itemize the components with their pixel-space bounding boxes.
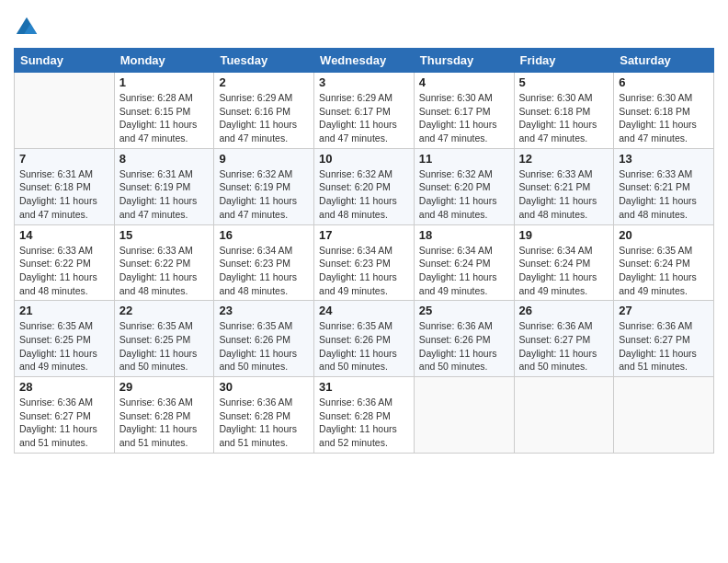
day-info: Sunrise: 6:36 AMSunset: 6:27 PMDaylight:… — [19, 396, 109, 450]
day-number: 19 — [519, 228, 609, 242]
header — [14, 9, 714, 40]
day-info: Sunrise: 6:34 AMSunset: 6:23 PMDaylight:… — [319, 244, 409, 298]
day-number: 13 — [619, 152, 709, 166]
weekday-wednesday: Wednesday — [314, 49, 415, 73]
day-cell: 10Sunrise: 6:32 AMSunset: 6:20 PMDayligh… — [314, 148, 415, 224]
day-info: Sunrise: 6:31 AMSunset: 6:19 PMDaylight:… — [119, 167, 210, 222]
day-info: Sunrise: 6:36 AMSunset: 6:28 PMDaylight:… — [119, 396, 210, 450]
day-cell: 24Sunrise: 6:35 AMSunset: 6:26 PMDayligh… — [314, 301, 415, 377]
calendar-table: SundayMondayTuesdayWednesdayThursdayFrid… — [14, 48, 714, 454]
day-cell: 12Sunrise: 6:33 AMSunset: 6:21 PMDayligh… — [514, 148, 614, 224]
day-info: Sunrise: 6:36 AMSunset: 6:26 PMDaylight:… — [419, 319, 509, 373]
day-cell: 1Sunrise: 6:28 AMSunset: 6:15 PMDaylight… — [114, 73, 214, 149]
day-number: 11 — [419, 152, 509, 166]
day-cell — [15, 73, 115, 149]
day-info: Sunrise: 6:35 AMSunset: 6:24 PMDaylight:… — [619, 244, 709, 298]
day-info: Sunrise: 6:30 AMSunset: 6:18 PMDaylight:… — [619, 91, 709, 145]
day-cell: 20Sunrise: 6:35 AMSunset: 6:24 PMDayligh… — [614, 224, 714, 301]
day-number: 31 — [319, 380, 409, 394]
weekday-friday: Friday — [514, 49, 614, 73]
calendar-body: 1Sunrise: 6:28 AMSunset: 6:15 PMDaylight… — [15, 73, 714, 454]
day-number: 25 — [419, 304, 509, 317]
day-number: 9 — [219, 152, 309, 166]
week-row-3: 14Sunrise: 6:33 AMSunset: 6:22 PMDayligh… — [15, 224, 714, 301]
day-info: Sunrise: 6:34 AMSunset: 6:24 PMDaylight:… — [419, 244, 509, 298]
day-info: Sunrise: 6:36 AMSunset: 6:28 PMDaylight:… — [319, 396, 409, 450]
day-number: 14 — [19, 228, 109, 242]
day-cell: 14Sunrise: 6:33 AMSunset: 6:22 PMDayligh… — [15, 224, 115, 301]
day-info: Sunrise: 6:31 AMSunset: 6:18 PMDaylight:… — [19, 167, 109, 222]
weekday-saturday: Saturday — [614, 49, 714, 73]
day-number: 22 — [119, 304, 210, 317]
day-cell: 6Sunrise: 6:30 AMSunset: 6:18 PMDaylight… — [614, 73, 714, 149]
day-cell: 26Sunrise: 6:36 AMSunset: 6:27 PMDayligh… — [514, 301, 614, 377]
day-cell: 3Sunrise: 6:29 AMSunset: 6:17 PMDaylight… — [314, 73, 415, 149]
day-info: Sunrise: 6:28 AMSunset: 6:15 PMDaylight:… — [119, 91, 210, 145]
day-info: Sunrise: 6:29 AMSunset: 6:16 PMDaylight:… — [219, 91, 309, 145]
day-cell: 8Sunrise: 6:31 AMSunset: 6:19 PMDaylight… — [114, 148, 214, 224]
day-number: 3 — [319, 75, 409, 89]
day-number: 23 — [219, 304, 309, 317]
weekday-header-row: SundayMondayTuesdayWednesdayThursdayFrid… — [15, 49, 714, 73]
day-info: Sunrise: 6:33 AMSunset: 6:22 PMDaylight:… — [119, 244, 210, 298]
day-info: Sunrise: 6:33 AMSunset: 6:21 PMDaylight:… — [519, 167, 609, 222]
week-row-5: 28Sunrise: 6:36 AMSunset: 6:27 PMDayligh… — [15, 377, 714, 454]
weekday-tuesday: Tuesday — [214, 49, 314, 73]
day-cell: 25Sunrise: 6:36 AMSunset: 6:26 PMDayligh… — [414, 301, 514, 377]
day-number: 16 — [219, 228, 309, 242]
day-cell: 31Sunrise: 6:36 AMSunset: 6:28 PMDayligh… — [314, 377, 415, 454]
logo-icon — [14, 15, 40, 40]
day-number: 1 — [119, 75, 210, 89]
day-cell: 2Sunrise: 6:29 AMSunset: 6:16 PMDaylight… — [214, 73, 314, 149]
day-number: 8 — [119, 152, 210, 166]
day-number: 17 — [319, 228, 409, 242]
day-info: Sunrise: 6:35 AMSunset: 6:25 PMDaylight:… — [119, 319, 210, 373]
weekday-thursday: Thursday — [414, 49, 514, 73]
day-cell: 23Sunrise: 6:35 AMSunset: 6:26 PMDayligh… — [214, 301, 314, 377]
day-info: Sunrise: 6:33 AMSunset: 6:22 PMDaylight:… — [19, 244, 109, 298]
day-info: Sunrise: 6:35 AMSunset: 6:26 PMDaylight:… — [219, 319, 309, 373]
day-info: Sunrise: 6:34 AMSunset: 6:23 PMDaylight:… — [219, 244, 309, 298]
day-info: Sunrise: 6:30 AMSunset: 6:18 PMDaylight:… — [519, 91, 609, 145]
day-cell: 4Sunrise: 6:30 AMSunset: 6:17 PMDaylight… — [414, 73, 514, 149]
day-number: 2 — [219, 75, 309, 89]
calendar-header: SundayMondayTuesdayWednesdayThursdayFrid… — [15, 49, 714, 73]
week-row-2: 7Sunrise: 6:31 AMSunset: 6:18 PMDaylight… — [15, 148, 714, 224]
day-number: 27 — [619, 304, 709, 317]
day-cell: 5Sunrise: 6:30 AMSunset: 6:18 PMDaylight… — [514, 73, 614, 149]
day-number: 20 — [619, 228, 709, 242]
day-cell: 30Sunrise: 6:36 AMSunset: 6:28 PMDayligh… — [214, 377, 314, 454]
day-number: 7 — [19, 152, 109, 166]
day-cell: 29Sunrise: 6:36 AMSunset: 6:28 PMDayligh… — [114, 377, 214, 454]
day-cell: 22Sunrise: 6:35 AMSunset: 6:25 PMDayligh… — [114, 301, 214, 377]
day-info: Sunrise: 6:36 AMSunset: 6:27 PMDaylight:… — [619, 319, 709, 373]
page: SundayMondayTuesdayWednesdayThursdayFrid… — [0, 0, 728, 563]
day-cell: 15Sunrise: 6:33 AMSunset: 6:22 PMDayligh… — [114, 224, 214, 301]
day-number: 15 — [119, 228, 210, 242]
day-number: 4 — [419, 75, 509, 89]
week-row-4: 21Sunrise: 6:35 AMSunset: 6:25 PMDayligh… — [15, 301, 714, 377]
day-info: Sunrise: 6:35 AMSunset: 6:25 PMDaylight:… — [19, 319, 109, 373]
day-cell: 17Sunrise: 6:34 AMSunset: 6:23 PMDayligh… — [314, 224, 415, 301]
day-cell: 16Sunrise: 6:34 AMSunset: 6:23 PMDayligh… — [214, 224, 314, 301]
day-cell: 27Sunrise: 6:36 AMSunset: 6:27 PMDayligh… — [614, 301, 714, 377]
day-number: 24 — [319, 304, 409, 317]
day-cell: 28Sunrise: 6:36 AMSunset: 6:27 PMDayligh… — [15, 377, 115, 454]
day-info: Sunrise: 6:29 AMSunset: 6:17 PMDaylight:… — [319, 91, 409, 145]
day-info: Sunrise: 6:33 AMSunset: 6:21 PMDaylight:… — [619, 167, 709, 222]
weekday-monday: Monday — [114, 49, 214, 73]
day-cell: 19Sunrise: 6:34 AMSunset: 6:24 PMDayligh… — [514, 224, 614, 301]
day-number: 12 — [519, 152, 609, 166]
weekday-sunday: Sunday — [15, 49, 115, 73]
day-info: Sunrise: 6:32 AMSunset: 6:20 PMDaylight:… — [319, 167, 409, 222]
day-number: 29 — [119, 380, 210, 394]
day-number: 6 — [619, 75, 709, 89]
day-number: 21 — [19, 304, 109, 317]
day-cell: 9Sunrise: 6:32 AMSunset: 6:19 PMDaylight… — [214, 148, 314, 224]
day-cell — [414, 377, 514, 454]
day-info: Sunrise: 6:32 AMSunset: 6:20 PMDaylight:… — [419, 167, 509, 222]
day-number: 10 — [319, 152, 409, 166]
day-cell: 21Sunrise: 6:35 AMSunset: 6:25 PMDayligh… — [15, 301, 115, 377]
day-info: Sunrise: 6:32 AMSunset: 6:19 PMDaylight:… — [219, 167, 309, 222]
day-cell — [514, 377, 614, 454]
